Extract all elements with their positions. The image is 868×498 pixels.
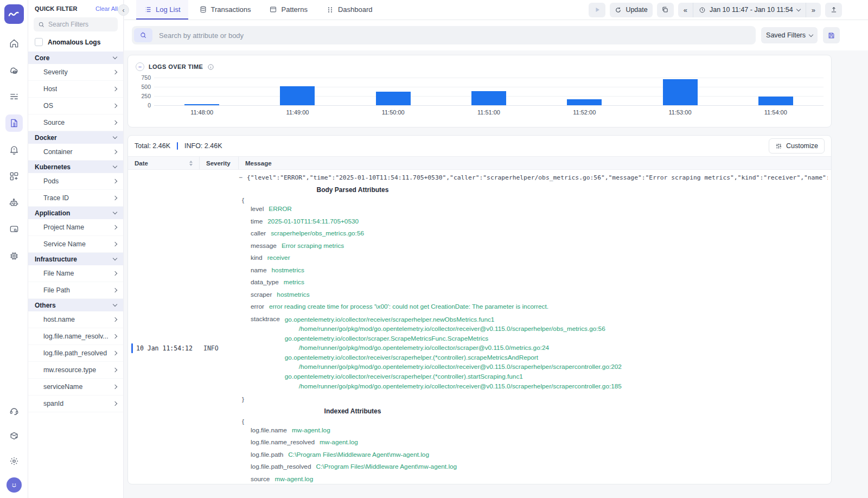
attr-value[interactable]: C:\Program Files\Middleware Agent\mw-age… (288, 451, 429, 459)
filter-item-mw-resource-type[interactable]: mw.resource.type (28, 362, 123, 379)
attr-value[interactable]: metrics (284, 278, 304, 286)
chart-bar-11:53:00[interactable] (663, 79, 698, 105)
filter-item-log-file-path-resolved[interactable]: log.file.path_resolved (28, 345, 123, 362)
copy-button[interactable] (657, 3, 674, 17)
play-button[interactable] (589, 3, 605, 17)
filter-section-infrastructure[interactable]: Infrastructure (28, 253, 123, 265)
column-header-severity[interactable]: Severity (200, 157, 239, 169)
filter-item-file-name[interactable]: File Name (28, 265, 123, 282)
tab-log-list[interactable]: Log List (136, 0, 188, 20)
attr-value[interactable]: mw-agent.log (320, 438, 358, 446)
filter-item-servicename[interactable]: serviceName (28, 379, 123, 395)
chart-bar-11:49:00[interactable] (280, 86, 315, 105)
raw-log-line[interactable]: {"level":"ERROR","time":"2025-01-10T11:5… (247, 174, 828, 182)
filter-search-input[interactable] (48, 21, 108, 28)
saved-filters-button[interactable]: Saved Filters (761, 27, 818, 43)
filter-item-source[interactable]: Source (28, 114, 123, 131)
attr-value[interactable]: mw-agent.log (275, 475, 313, 483)
tab-patterns[interactable]: Patterns (261, 0, 315, 20)
chart-bar-11:52:00[interactable] (567, 99, 602, 105)
collapse-sidebar-button[interactable]: ‹ (118, 4, 129, 16)
filter-item-host[interactable]: Host (28, 81, 123, 98)
stacktrace-line[interactable]: go.opentelemetry.io/collector/receiver/s… (285, 353, 622, 363)
dashboard-builder-icon[interactable] (5, 168, 23, 185)
attr-value[interactable]: mw-agent.log (292, 426, 330, 435)
attr-value[interactable]: ERROR (269, 205, 292, 213)
filter-section-core[interactable]: Core (28, 52, 123, 64)
alerts-icon[interactable] (5, 141, 23, 158)
chart-bar-11:48:00[interactable] (184, 104, 219, 105)
bot-icon[interactable] (5, 194, 23, 212)
save-filter-button[interactable] (823, 27, 840, 43)
filter-item-trace-id[interactable]: Trace ID (28, 190, 123, 207)
filter-label: File Name (43, 270, 74, 277)
update-button[interactable]: Update (610, 3, 652, 17)
play-icon (594, 7, 601, 13)
collapse-row-button[interactable]: − (239, 174, 242, 182)
column-header-date[interactable]: Date (128, 157, 200, 169)
attr-value[interactable]: hostmetrics (277, 291, 309, 299)
filter-item-file-path[interactable]: File Path (28, 282, 123, 299)
tab-transactions[interactable]: Transactions (192, 0, 259, 20)
filter-item-log-file-name-resolv[interactable]: log.file.name_resolv... (28, 328, 123, 345)
integrations-icon[interactable] (5, 427, 23, 445)
stacktrace-line[interactable]: go.opentelemetry.io/collector/scraper.Sc… (285, 334, 622, 344)
attr-value[interactable]: Error scraping metrics (282, 242, 344, 250)
filter-item-host-name[interactable]: host.name (28, 311, 123, 328)
stacktrace-line[interactable]: /home/runner/go/pkg/mod/go.opentelemetry… (285, 362, 622, 372)
attr-value[interactable]: receiver (267, 254, 290, 262)
attr-value[interactable]: hostmetrics (272, 266, 304, 274)
logs-icon[interactable] (5, 114, 23, 132)
chart-bar-11:51:00[interactable] (471, 91, 506, 105)
agent-chip-icon[interactable] (5, 247, 23, 265)
middleware-logo[interactable] (4, 4, 24, 24)
column-header-message[interactable]: Message (239, 157, 831, 169)
log-search-box[interactable] (132, 26, 756, 44)
attr-value[interactable]: 2025-01-10T11:54:11.705+0530 (267, 218, 359, 226)
filter-section-application[interactable]: Application (28, 207, 123, 219)
info-icon[interactable] (207, 63, 214, 71)
apm-traces-icon[interactable] (5, 88, 23, 105)
stacktrace-line[interactable]: /home/runner/go/pkg/mod/go.opentelemetry… (285, 343, 622, 353)
home-icon[interactable] (5, 35, 23, 52)
infrastructure-icon[interactable] (5, 61, 23, 79)
collapse-chart-button[interactable]: − (136, 62, 144, 71)
filter-item-severity[interactable]: Severity (28, 64, 123, 81)
filter-section-kubernetes[interactable]: Kubernetes (28, 161, 123, 173)
chart-bar-11:50:00[interactable] (376, 92, 411, 105)
log-search-input[interactable] (154, 31, 756, 40)
filter-item-container[interactable]: Container (28, 144, 123, 161)
filter-item-service-name[interactable]: Service Name (28, 236, 123, 253)
anomalous-logs-checkbox[interactable] (35, 38, 43, 46)
time-back-button[interactable]: « (678, 3, 693, 17)
stacktrace-line[interactable]: go.opentelemetry.io/collector/receiver/s… (285, 315, 622, 325)
stacktrace-line[interactable]: /home/runner/go/pkg/mod/go.opentelemetry… (285, 382, 622, 392)
stacktrace-line[interactable]: go.opentelemetry.io/collector/receiver/s… (285, 372, 622, 382)
session-search-icon[interactable] (5, 221, 23, 238)
chart-bar-11:54:00[interactable] (758, 97, 793, 105)
settings-gear-icon[interactable] (5, 452, 23, 470)
sort-icon[interactable] (189, 161, 193, 166)
tab-dashboard[interactable]: Dashboard (318, 0, 380, 20)
filter-item-os[interactable]: OS (28, 98, 123, 114)
filter-section-docker[interactable]: Docker (28, 131, 123, 144)
attr-row: scraperhostmetrics (251, 291, 828, 299)
stacktrace-line[interactable]: /home/runner/go/pkg/mod/go.opentelemetry… (285, 324, 622, 334)
filter-search-box[interactable] (34, 17, 118, 31)
filter-section-others[interactable]: Others (28, 299, 123, 311)
customize-button[interactable]: Customize (769, 138, 825, 154)
filter-item-pods[interactable]: Pods (28, 173, 123, 190)
clear-all-link[interactable]: Clear All (95, 5, 118, 12)
attr-value[interactable]: scraperhelper/obs_metrics.go:56 (271, 229, 364, 238)
chevron-down-icon (113, 256, 117, 260)
attr-value[interactable]: error reading create time for process '\… (269, 303, 548, 311)
time-forward-button[interactable]: » (806, 3, 821, 17)
time-range-button[interactable]: Jan 10 11:47 - Jan 10 11:54 (693, 3, 806, 17)
support-headset-icon[interactable] (5, 403, 23, 420)
attr-value[interactable]: C:\Program Files\Middleware Agent\mw-age… (316, 463, 457, 471)
export-button[interactable] (825, 3, 842, 17)
y-tick-label: 500 (135, 84, 151, 90)
filter-item-spanid[interactable]: spanId (28, 395, 123, 412)
filter-item-project-name[interactable]: Project Name (28, 219, 123, 236)
user-avatar[interactable] (7, 477, 22, 493)
